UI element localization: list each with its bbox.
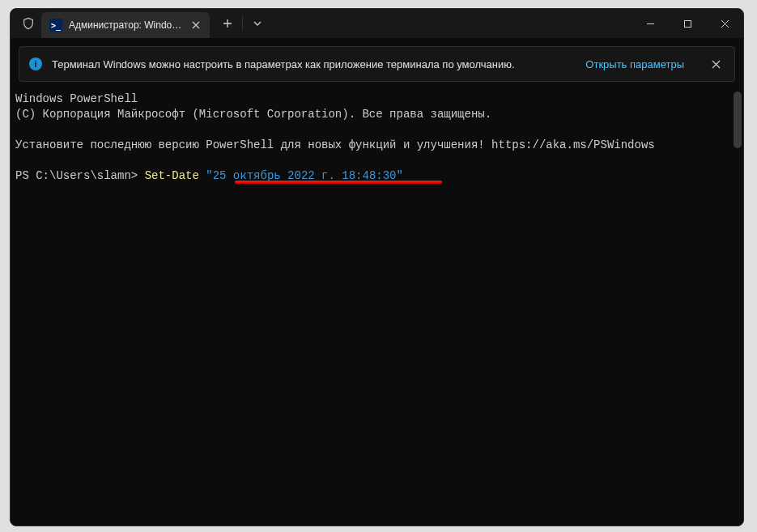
tab-close-button[interactable]	[189, 18, 203, 32]
space	[199, 169, 206, 182]
close-button[interactable]	[706, 9, 743, 38]
terminal-line	[15, 122, 738, 138]
powershell-icon: >_	[49, 19, 62, 32]
open-settings-link[interactable]: Открыть параметры	[585, 58, 684, 70]
info-bar: i Терминал Windows можно настроить в пар…	[19, 46, 735, 82]
info-text: Терминал Windows можно настроить в парам…	[52, 58, 576, 70]
info-close-button[interactable]	[707, 55, 725, 73]
shield-icon	[15, 9, 41, 38]
highlight-underline	[235, 181, 442, 184]
window-controls	[632, 9, 743, 38]
titlebar: >_ Администратор: Windows Po	[11, 9, 743, 38]
maximize-button[interactable]	[669, 9, 706, 38]
tab-title: Администратор: Windows Po	[69, 19, 182, 31]
cmdlet-text: Set-Date	[145, 169, 199, 182]
terminal-line: (C) Корпорация Майкрософт (Microsoft Cor…	[15, 107, 738, 122]
tab-actions	[213, 9, 272, 38]
svg-rect-0	[684, 20, 691, 27]
tab-strip: >_ Администратор: Windows Po	[41, 9, 210, 38]
info-icon: i	[29, 57, 42, 70]
titlebar-drag-area[interactable]	[272, 9, 632, 38]
new-tab-button[interactable]	[213, 9, 242, 38]
minimize-button[interactable]	[632, 9, 669, 38]
terminal-line: Windows PowerShell	[15, 92, 738, 107]
terminal-line	[15, 153, 738, 168]
tab-dropdown-button[interactable]	[243, 9, 272, 38]
tab-powershell[interactable]: >_ Администратор: Windows Po	[41, 12, 210, 38]
terminal-pane[interactable]: Windows PowerShell (C) Корпорация Майкро…	[11, 90, 743, 526]
scrollbar-thumb[interactable]	[734, 92, 742, 148]
prompt-text: PS C:\Users\slamn>	[15, 169, 145, 182]
terminal-line: Установите последнюю версию PowerShell д…	[15, 138, 738, 153]
terminal-window: >_ Администратор: Windows Po	[10, 8, 744, 526]
